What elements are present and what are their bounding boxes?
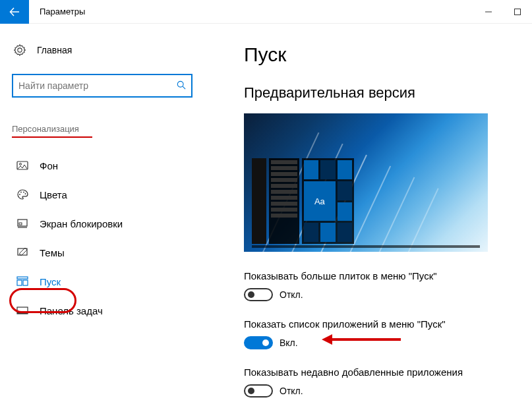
- sidebar-item-taskbar[interactable]: Панель задач: [12, 296, 192, 325]
- toggle-state: Вкл.: [280, 338, 298, 348]
- image-icon: [16, 159, 29, 172]
- page-subtitle: Предварительная версия: [244, 84, 519, 102]
- option-more-tiles: Показывать больше плиток в меню "Пуск" О…: [244, 270, 519, 301]
- sidebar: Главная Персонализация Фон Цвета Экран б…: [0, 24, 204, 412]
- option-label: Показать список приложений в меню "Пуск": [244, 318, 519, 330]
- sidebar-home-label: Главная: [37, 45, 72, 55]
- sidebar-item-label: Цвета: [40, 189, 67, 200]
- themes-icon: [16, 246, 29, 259]
- toggle-state: Откл.: [280, 289, 303, 300]
- svg-point-4: [19, 194, 20, 195]
- search-box[interactable]: [12, 74, 192, 98]
- start-preview: Aa: [244, 113, 488, 252]
- svg-point-7: [25, 193, 26, 194]
- sidebar-item-lockscreen[interactable]: Экран блокировки: [12, 209, 192, 238]
- sidebar-item-label: Панель задач: [40, 305, 103, 316]
- taskbar-icon: [16, 304, 29, 317]
- sidebar-item-background[interactable]: Фон: [12, 151, 192, 180]
- toggle-recent-apps[interactable]: [244, 384, 273, 397]
- svg-rect-13: [23, 280, 28, 285]
- page-title: Пуск: [244, 44, 519, 66]
- sidebar-item-label: Экран блокировки: [40, 218, 123, 229]
- main-panel: Пуск Предварительная версия Aa Показыват…: [204, 24, 532, 412]
- palette-icon: [16, 188, 29, 201]
- annotation-underline: [12, 136, 92, 138]
- sidebar-item-label: Фон: [40, 160, 58, 171]
- sidebar-item-start[interactable]: Пуск: [12, 267, 192, 296]
- sidebar-nav: Фон Цвета Экран блокировки Темы Пуск Пан…: [12, 151, 192, 325]
- titlebar: Параметры: [0, 0, 532, 24]
- sidebar-item-themes[interactable]: Темы: [12, 238, 192, 267]
- svg-rect-9: [19, 223, 22, 225]
- minimize-button[interactable]: [474, 0, 503, 24]
- sidebar-item-colors[interactable]: Цвета: [12, 180, 192, 209]
- arrow-left-icon: [9, 7, 20, 17]
- lockscreen-icon: [16, 217, 29, 230]
- preview-tile-aa: Aa: [304, 181, 336, 221]
- sidebar-item-label: Темы: [40, 247, 65, 258]
- svg-rect-11: [17, 277, 28, 279]
- toggle-app-list[interactable]: [244, 336, 273, 349]
- svg-rect-0: [515, 9, 521, 15]
- window-title: Параметры: [40, 7, 85, 16]
- option-label: Показывать больше плиток в меню "Пуск": [244, 270, 519, 281]
- gear-icon: [13, 44, 26, 57]
- option-recent-apps: Показывать недавно добавленные приложени…: [244, 367, 519, 397]
- sidebar-item-label: Пуск: [40, 276, 61, 287]
- svg-rect-15: [17, 312, 28, 314]
- svg-point-5: [20, 192, 22, 193]
- svg-point-1: [177, 81, 183, 87]
- toggle-state: Откл.: [280, 386, 303, 396]
- option-label: Показывать недавно добавленные приложени…: [244, 367, 519, 378]
- svg-point-3: [20, 163, 22, 165]
- svg-rect-12: [17, 280, 22, 285]
- maximize-button[interactable]: [503, 0, 532, 24]
- start-icon: [16, 275, 29, 288]
- option-app-list: Показать список приложений в меню "Пуск"…: [244, 318, 519, 349]
- svg-point-6: [23, 192, 24, 193]
- sidebar-section-label: Персонализация: [12, 124, 192, 134]
- back-button[interactable]: [0, 0, 29, 24]
- toggle-more-tiles[interactable]: [244, 288, 273, 301]
- sidebar-home[interactable]: Главная: [12, 44, 192, 57]
- start-menu-mock: Aa: [252, 158, 354, 244]
- search-icon: [177, 80, 186, 92]
- search-input[interactable]: [18, 80, 177, 91]
- window-controls: [474, 0, 532, 24]
